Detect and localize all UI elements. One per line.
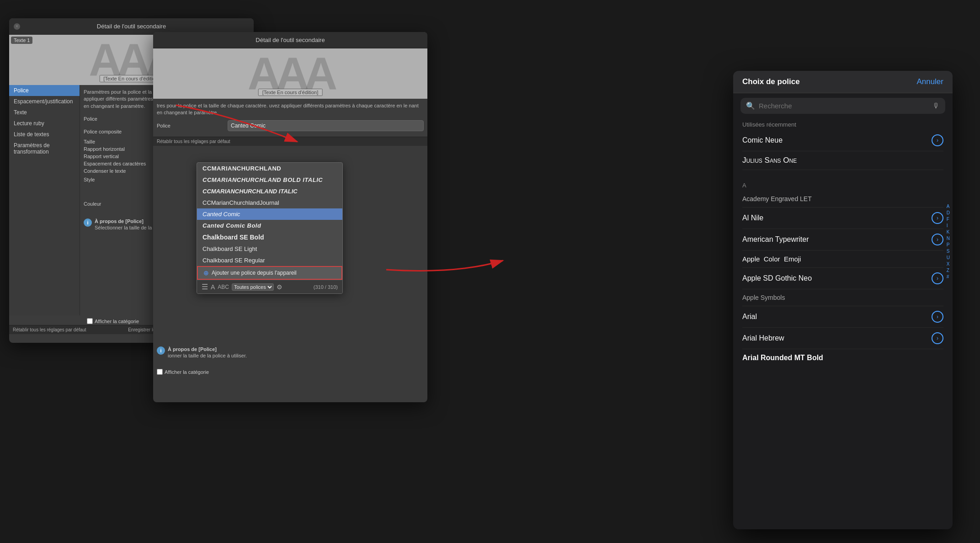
fp-letter-p[interactable]: P xyxy=(947,242,950,248)
chevron-american-typewriter[interactable]: › xyxy=(932,234,943,245)
fp-font-apple-symbols: Apple Symbols xyxy=(742,294,785,301)
fp-letter-i[interactable]: I xyxy=(947,223,950,229)
fp-font-american-typewriter: American Typewriter xyxy=(742,235,809,244)
fp-item-arial-hebrew[interactable]: Arial Hebrew › xyxy=(733,328,953,349)
fp-recent-label: Utilisées récemment xyxy=(733,118,953,130)
window1-close-btn[interactable]: × xyxy=(14,23,20,30)
btn-reset[interactable]: Rétablir tous les réglages par défaut xyxy=(13,327,86,332)
chevron-arial-hebrew[interactable]: › xyxy=(932,332,943,344)
dd-add-font[interactable]: ⊕ Ajouter une police depuis l'appareil xyxy=(197,266,342,280)
w2-select-police[interactable]: Canted Comic xyxy=(228,120,424,131)
footer-settings-icon: ⚙ xyxy=(277,283,282,291)
fp-font-comic-neue: Comic Neue xyxy=(742,136,783,144)
fp-letter-hash[interactable]: # xyxy=(947,274,950,280)
window2-desc: tres pour la police et la taille de chaq… xyxy=(157,102,424,117)
sidebar-item-ruby[interactable]: Lecture ruby xyxy=(9,118,80,129)
sidebar-item-police[interactable]: Police xyxy=(9,85,80,96)
sidebar-item-liste[interactable]: Liste de textes xyxy=(9,129,80,140)
label-couleur: Couleur xyxy=(84,201,154,207)
sidebar-item-texte[interactable]: Texte xyxy=(9,107,80,118)
chevron-comic-neue[interactable]: › xyxy=(932,134,943,146)
fp-letter-n[interactable]: N xyxy=(947,235,950,242)
fp-item-al-nile[interactable]: Al Nile › xyxy=(733,208,953,229)
fp-item-academy[interactable]: Academy Engraved LET xyxy=(733,191,953,207)
fp-alphabet-index: A D F I K N P S U X Z # xyxy=(947,203,950,280)
fp-font-apple-emoji: Apple Color Emoji xyxy=(742,255,801,263)
info-icon: i xyxy=(84,218,92,227)
fp-letter-f[interactable]: F xyxy=(947,216,950,223)
font-picker: Choix de police Annuler 🔍 🎙 Utilisées ré… xyxy=(733,71,953,529)
fp-font-arial: Arial xyxy=(742,313,757,321)
fp-letter-d[interactable]: D xyxy=(947,210,950,216)
label-taille: Taille xyxy=(84,139,154,144)
w2-field-police: Police Canted Comic xyxy=(157,120,424,131)
footer-list-icon: ☰ xyxy=(202,282,208,291)
dd-chalkboard-se-light[interactable]: Chalkboard SE Light xyxy=(197,243,342,255)
dd-canted-comic[interactable]: Canted Comic xyxy=(197,208,342,220)
chevron-arial[interactable]: › xyxy=(932,311,943,323)
footer-a-icon: A xyxy=(211,283,215,291)
chevron-apple-sd[interactable]: › xyxy=(932,272,943,284)
fp-item-arial-rounded[interactable]: Arial Rounded MT Bold xyxy=(733,349,953,367)
fp-font-academy: Academy Engraved LET xyxy=(742,195,812,202)
fp-item-arial[interactable]: Arial › xyxy=(733,306,953,327)
w2-info-text: ionner la taille de la police à utiliser… xyxy=(168,353,247,358)
label-rapport-v: Rapport vertical xyxy=(84,154,154,159)
chevron-al-nile[interactable]: › xyxy=(932,212,943,224)
fp-font-apple-sd: Apple SD Gothic Neo xyxy=(742,274,812,282)
sidebar-item-espacement[interactable]: Espacement/justification xyxy=(9,96,80,107)
dd-ccmarianland-journal[interactable]: CCMarianChurchlandJournal xyxy=(197,197,342,208)
fp-search-input[interactable] xyxy=(759,102,929,110)
fp-item-comic-neue[interactable]: Comic Neue › xyxy=(733,130,953,151)
sidebar-item-transformation[interactable]: Paramètres de transformation xyxy=(9,140,80,157)
dd-chalkboard-se-bold[interactable]: Chalkboard SE Bold xyxy=(197,231,342,243)
window2-editing-label: [Texte En cours d'édition] xyxy=(258,89,323,96)
fp-letter-z[interactable]: Z xyxy=(947,267,950,274)
w2-btn-reset[interactable]: Rétablir tous les réglages par défaut xyxy=(157,139,230,144)
label-condenser: Condenser le texte xyxy=(84,168,154,174)
dd-ccmarianland[interactable]: CCMARIANCHURCHLAND xyxy=(197,163,342,174)
fp-item-american-typewriter[interactable]: American Typewriter › xyxy=(733,229,953,250)
footer-abc-label: ABC xyxy=(218,284,229,290)
window2: Détail de l'outil secondaire AAA [Texte … xyxy=(153,32,427,402)
window2-settings: tres pour la police et la taille de chaq… xyxy=(153,99,427,137)
dd-canted-comic-bold[interactable]: Canted Comic Bold xyxy=(197,220,342,231)
w2-control-police: Canted Comic xyxy=(228,120,424,131)
cb-afficher-label: Afficher la catégorie xyxy=(95,319,139,324)
fp-item-julius[interactable]: Julius Sans One xyxy=(733,151,953,170)
dd-chalkboard-se-regular[interactable]: Chalkboard SE Regular xyxy=(197,255,342,266)
fp-letter-u[interactable]: U xyxy=(947,255,950,261)
window1-text-tab[interactable]: Texte 1 xyxy=(11,37,32,44)
fp-item-apple-symbols[interactable]: Apple Symbols xyxy=(733,289,953,306)
fp-font-arial-rounded: Arial Rounded MT Bold xyxy=(742,354,823,362)
w2-label-police: Police xyxy=(157,123,228,128)
fp-item-apple-emoji[interactable]: Apple Color Emoji xyxy=(733,250,953,267)
w2-cb-afficher[interactable] xyxy=(157,369,163,375)
label-police: Police xyxy=(84,116,154,122)
label-composite: Police composite xyxy=(84,129,154,134)
window2-preview: AAA [Texte En cours d'édition] xyxy=(153,48,427,99)
search-icon: 🔍 xyxy=(746,101,755,110)
mic-icon[interactable]: 🎙 xyxy=(932,102,940,110)
fp-title: Choix de police xyxy=(742,77,800,86)
fp-header: Choix de police Annuler xyxy=(733,71,953,93)
dd-ccmarianland-bold-italic[interactable]: CCMARIANCHURCHLAND BOLD ITALIC xyxy=(197,174,342,186)
fp-cancel-btn[interactable]: Annuler xyxy=(916,77,943,86)
fp-letter-x[interactable]: X xyxy=(947,261,950,267)
dropdown-list: CCMARIANCHURCHLAND CCMARIANCHURCHLAND BO… xyxy=(197,162,343,294)
cb-afficher[interactable] xyxy=(87,318,93,324)
fp-item-apple-sd[interactable]: Apple SD Gothic Neo › xyxy=(733,268,953,289)
w2-info-label: À propos de [Police] xyxy=(168,346,247,352)
footer-select[interactable]: Toutes polices xyxy=(232,283,274,291)
w2-info-row: i À propos de [Police] ionner la taille … xyxy=(157,346,424,358)
fp-letter-a[interactable]: A xyxy=(947,203,950,210)
label-rapport-h: Rapport horizontal xyxy=(84,146,154,152)
fp-letter-s[interactable]: S xyxy=(947,248,950,255)
label-espacement: Espacement des caractères xyxy=(84,161,154,166)
w2-cb-label: Afficher la catégorie xyxy=(165,369,209,375)
fp-font-julius: Julius Sans One xyxy=(742,156,797,165)
fp-letter-k[interactable]: K xyxy=(947,229,950,235)
dd-add-font-label: Ajouter une police depuis l'appareil xyxy=(212,270,297,276)
dd-ccmarianland-italic[interactable]: CCMARIANCHURCHLAND ITALIC xyxy=(197,186,342,197)
fp-font-arial-hebrew: Arial Hebrew xyxy=(742,334,784,342)
